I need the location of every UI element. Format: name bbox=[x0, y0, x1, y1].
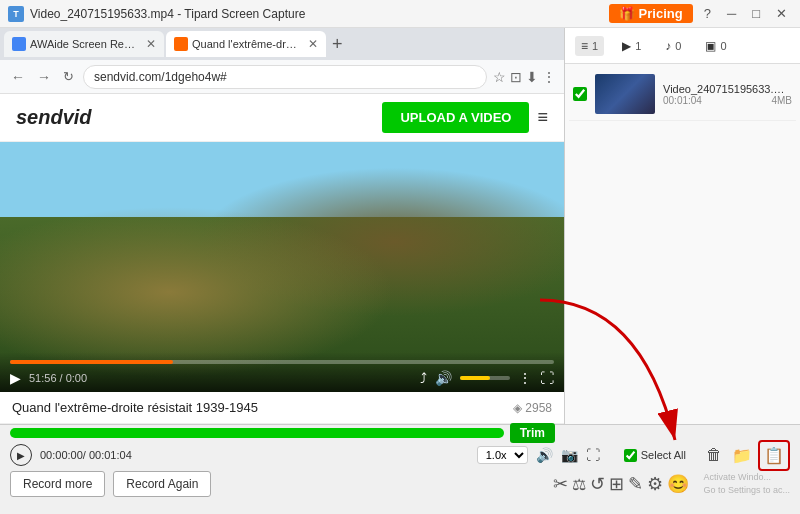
browser-tabs: AWAide Screen Recorder: Scre... ✕ Quand … bbox=[0, 28, 564, 60]
new-tab-button[interactable]: + bbox=[328, 34, 347, 55]
file-size: 4MB bbox=[771, 95, 792, 106]
effects-icon[interactable]: 😊 bbox=[667, 473, 689, 495]
save-output-button[interactable]: 📋 bbox=[758, 440, 790, 471]
media-type-list-btn[interactable]: ≡ 1 bbox=[575, 36, 604, 56]
back-button[interactable]: ← bbox=[8, 67, 28, 87]
upload-button[interactable]: UPLOAD A VIDEO bbox=[382, 102, 529, 133]
video-info: Quand l'extrême-droite résistait 1939-19… bbox=[0, 392, 564, 424]
levels-icon[interactable]: ⚖ bbox=[572, 475, 586, 494]
browser-tab-2[interactable]: Quand l'extrême-droite résiste... ✕ bbox=[166, 31, 326, 57]
timeline-row: Trim bbox=[0, 425, 800, 441]
trim-button[interactable]: Trim bbox=[510, 423, 555, 443]
tab-favicon-2 bbox=[174, 37, 188, 51]
refresh-button[interactable]: ↻ bbox=[60, 67, 77, 86]
play-main-button[interactable]: ▶ bbox=[10, 444, 32, 466]
cast-icon[interactable]: ⊡ bbox=[510, 69, 522, 85]
tab-favicon-1 bbox=[12, 37, 26, 51]
file-name: Video_240715195633.mp4 bbox=[663, 83, 792, 95]
activate-windows-watermark: Activate Windo...Go to Settings to ac... bbox=[703, 471, 790, 496]
app-icon: T bbox=[8, 6, 24, 22]
view-count: ◈ 2958 bbox=[513, 401, 552, 415]
select-all-label: Select All bbox=[641, 449, 686, 461]
more-icon[interactable]: ⋮ bbox=[518, 370, 532, 386]
combined-bottom-bar: Trim ▶ 00:00:00/ 00:01:04 1.0x 0.5x 1.5x… bbox=[0, 424, 800, 514]
edit-icons-area: ✂ ⚖ ↺ ⊞ ✎ ⚙ 😊 Activate Windo...Go to Set… bbox=[553, 471, 790, 496]
window-title: Video_240715195633.mp4 - Tipard Screen C… bbox=[30, 7, 305, 21]
close-button[interactable]: ✕ bbox=[771, 4, 792, 23]
record-more-button[interactable]: Record more bbox=[10, 471, 105, 497]
volume-bar[interactable] bbox=[460, 376, 510, 380]
help-button[interactable]: ? bbox=[699, 4, 716, 23]
record-again-button[interactable]: Record Again bbox=[113, 471, 211, 497]
volume-icon[interactable]: 🔊 bbox=[435, 370, 452, 386]
fullscreen-icon[interactable]: ⛶ bbox=[540, 370, 554, 386]
audio-icon: ♪ bbox=[665, 39, 671, 53]
video-player: ▶ 51:56 / 0:00 ⤴ 🔊 ⋮ ⛶ bbox=[0, 142, 564, 392]
volume-ctrl-icon[interactable]: 🔊 bbox=[536, 447, 553, 463]
address-icons: ☆ ⊡ ⬇ ⋮ bbox=[493, 69, 556, 85]
file-duration: 00:01:04 bbox=[663, 95, 702, 106]
video-play-button[interactable]: ▶ bbox=[10, 370, 21, 386]
title-bar-left: T Video_240715195633.mp4 - Tipard Screen… bbox=[8, 6, 305, 22]
settings-icon[interactable]: ⚙ bbox=[647, 473, 663, 495]
menu-icon[interactable]: ⋮ bbox=[542, 69, 556, 85]
image-icon: ▣ bbox=[705, 39, 716, 53]
forward-button[interactable]: → bbox=[34, 67, 54, 87]
rotate-icon[interactable]: ↺ bbox=[590, 473, 605, 495]
expand-icon[interactable]: ⛶ bbox=[586, 447, 600, 463]
image-count: 0 bbox=[720, 40, 726, 52]
media-type-video-btn[interactable]: ▶ 1 bbox=[616, 36, 647, 56]
media-type-audio-btn[interactable]: ♪ 0 bbox=[659, 36, 687, 56]
file-thumbnail bbox=[595, 74, 655, 114]
video-title: Quand l'extrême-droite résistait 1939-19… bbox=[12, 400, 258, 415]
file-info: Video_240715195633.mp4 00:01:04 4MB bbox=[663, 83, 792, 106]
video-count: 1 bbox=[635, 40, 641, 52]
time-code-display: 00:00:00/ 00:01:04 bbox=[40, 449, 132, 461]
gift-icon: 🎁 bbox=[619, 6, 635, 21]
pricing-button[interactable]: 🎁 Pricing bbox=[609, 4, 693, 23]
playback-row: ▶ 00:00:00/ 00:01:04 1.0x 0.5x 1.5x 2.0x… bbox=[0, 441, 800, 469]
file-item[interactable]: Video_240715195633.mp4 00:01:04 4MB bbox=[569, 68, 796, 121]
cut-icon[interactable]: ✂ bbox=[553, 473, 568, 495]
edit-icon[interactable]: ✎ bbox=[628, 473, 643, 495]
share-icon[interactable]: ⤴ bbox=[420, 370, 427, 386]
title-bar: T Video_240715195633.mp4 - Tipard Screen… bbox=[0, 0, 800, 28]
file-meta: 00:01:04 4MB bbox=[663, 95, 792, 106]
tab-title-2: Quand l'extrême-droite résiste... bbox=[192, 38, 302, 50]
list-icon: ≡ bbox=[581, 39, 588, 53]
video-ctrl-row: ▶ 51:56 / 0:00 ⤴ 🔊 ⋮ ⛶ bbox=[10, 370, 554, 386]
maximize-button[interactable]: □ bbox=[747, 4, 765, 23]
tab-close-1[interactable]: ✕ bbox=[146, 37, 156, 51]
delete-button[interactable]: 🗑 bbox=[702, 442, 726, 468]
browser-tab-1[interactable]: AWAide Screen Recorder: Scre... ✕ bbox=[4, 31, 164, 57]
tab-close-2[interactable]: ✕ bbox=[308, 37, 318, 51]
screenshot-icon[interactable]: 📷 bbox=[561, 447, 578, 463]
timeline-bar[interactable] bbox=[10, 428, 504, 438]
file-checkbox[interactable] bbox=[573, 87, 587, 101]
select-all-area: Select All bbox=[624, 449, 686, 462]
video-progress-bar[interactable] bbox=[10, 360, 554, 364]
download-icon[interactable]: ⬇ bbox=[526, 69, 538, 85]
hamburger-menu[interactable]: ≡ bbox=[537, 107, 548, 128]
video-progress-fill bbox=[10, 360, 173, 364]
video-icon: ▶ bbox=[622, 39, 631, 53]
merge-icon[interactable]: ⊞ bbox=[609, 473, 624, 495]
playback-speed-select[interactable]: 1.0x 0.5x 1.5x 2.0x bbox=[477, 446, 528, 464]
video-controls: ▶ 51:56 / 0:00 ⤴ 🔊 ⋮ ⛶ bbox=[0, 352, 564, 392]
address-bar: ← → ↻ ☆ ⊡ ⬇ ⋮ bbox=[0, 60, 564, 94]
star-icon[interactable]: ☆ bbox=[493, 69, 506, 85]
list-count: 1 bbox=[592, 40, 598, 52]
volume-fill bbox=[460, 376, 490, 380]
select-all-checkbox[interactable] bbox=[624, 449, 637, 462]
folder-open-button[interactable]: 📁 bbox=[728, 442, 756, 469]
file-thumb-inner bbox=[595, 74, 655, 114]
url-input[interactable] bbox=[83, 65, 487, 89]
sendvid-header: sendvid UPLOAD A VIDEO ≡ bbox=[0, 94, 564, 142]
media-type-toolbar: ≡ 1 ▶ 1 ♪ 0 ▣ 0 bbox=[565, 28, 800, 64]
minimize-button[interactable]: ─ bbox=[722, 4, 741, 23]
media-type-image-btn[interactable]: ▣ 0 bbox=[699, 36, 732, 56]
bottom-action-row: Record more Record Again ✂ ⚖ ↺ ⊞ ✎ ⚙ 😊 A… bbox=[0, 469, 800, 499]
title-bar-controls: 🎁 Pricing ? ─ □ ✕ bbox=[609, 4, 792, 23]
tab-title-1: AWAide Screen Recorder: Scre... bbox=[30, 38, 140, 50]
audio-count: 0 bbox=[675, 40, 681, 52]
